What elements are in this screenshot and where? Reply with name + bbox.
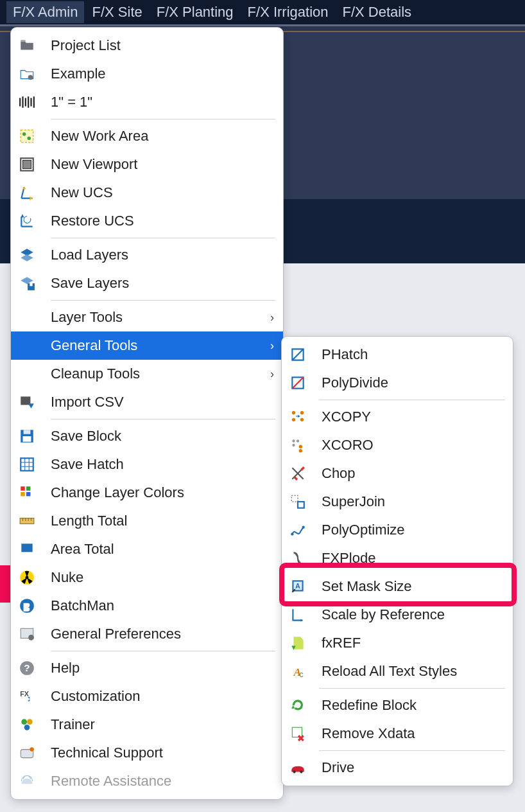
svg-rect-15 [21, 492, 25, 497]
batchman-icon [16, 595, 38, 617]
menu-item-label: Restore UCS [51, 213, 134, 229]
dropdown-item-batchman[interactable]: BatchMan [11, 592, 283, 620]
menu-item-label: Trainer [51, 716, 95, 733]
submenu-item-remove-xdata[interactable]: Remove Xdata [282, 719, 513, 748]
svg-point-33 [292, 411, 295, 414]
dropdown-item-general-tools[interactable]: General Tools› [11, 331, 283, 360]
dropdown-item-remote-assistance[interactable]: Remote Assistance [11, 767, 283, 795]
submenu-item-fxref[interactable]: fxREF [282, 629, 513, 657]
dropdown-item-help[interactable]: ?Help [11, 654, 283, 682]
submenu-item-xcopy[interactable]: XCOPY [282, 403, 513, 431]
menu-item-label: Nuke [51, 569, 83, 586]
remove-xdata-icon [287, 723, 309, 745]
svg-point-28 [27, 719, 33, 725]
submenu-item-scale-by-reference[interactable]: Scale by Reference [282, 601, 513, 629]
submenu-item-fxplode[interactable]: FXPlode [282, 544, 513, 572]
dropdown-item-example[interactable]: Example [11, 60, 283, 88]
submenu-item-set-mask-size[interactable]: ASet Mask Size [282, 572, 513, 601]
trainer-icon [16, 714, 38, 736]
menubar-item-site[interactable]: F/X Site [85, 1, 148, 23]
submenu-item-chop[interactable]: Chop [282, 459, 513, 488]
car-icon [287, 757, 309, 779]
import-csv-icon [16, 391, 38, 413]
dropdown-item-save-hatch[interactable]: Save Hatch [11, 450, 283, 479]
dropdown-item-new-ucs[interactable]: New UCS [11, 179, 283, 207]
dropdown-item-new-work-area[interactable]: New Work Area [11, 122, 283, 150]
svg-point-2 [22, 132, 26, 136]
dropdown-item-load-layers[interactable]: Load Layers [11, 241, 283, 269]
svg-point-23 [28, 635, 34, 640]
menu-item-label: Area Total [51, 541, 114, 558]
svg-rect-50 [292, 727, 302, 737]
menubar-item-admin[interactable]: F/X Admin [6, 1, 84, 23]
dropdown-item-technical-support[interactable]: Technical Support [11, 739, 283, 767]
dropdown-item-import-csv[interactable]: Import CSV [11, 388, 283, 416]
xcoro-icon [287, 434, 309, 456]
submenu-item-reload-all-text-styles[interactable]: AcReload All Text Styles [282, 657, 513, 685]
menu-item-label: New Work Area [51, 128, 148, 145]
dropdown-item-customization[interactable]: FXCustomization [11, 682, 283, 710]
menubar-item-irrigation[interactable]: F/X Irrigation [241, 1, 335, 23]
superjoin-icon [287, 491, 309, 513]
dropdown-item-length-total[interactable]: Length Total [11, 507, 283, 535]
load-layers-icon [16, 244, 38, 266]
svg-point-0 [28, 75, 33, 80]
menu-item-label: Save Block [51, 428, 121, 445]
submenu-item-polyoptimize[interactable]: PolyOptimize [282, 516, 513, 544]
svg-point-3 [28, 137, 31, 140]
dropdown-item-1-1-[interactable]: 1" = 1" [11, 88, 283, 116]
dropdown-item-save-layers[interactable]: Save Layers [11, 269, 283, 297]
dropdown-item-save-block[interactable]: Save Block [11, 422, 283, 450]
chevron-right-icon: › [270, 311, 274, 324]
save-hatch-icon [16, 454, 38, 475]
submenu-item-superjoin[interactable]: SuperJoin [282, 488, 513, 516]
svg-text:?: ? [24, 662, 30, 673]
ucs-icon [16, 182, 38, 204]
dropdown-item-trainer[interactable]: Trainer [11, 710, 283, 739]
menu-item-label: XCORO [322, 437, 374, 454]
help-icon: ? [16, 657, 38, 679]
submenu-item-drive[interactable]: Drive [282, 754, 513, 782]
folder-gear-icon [16, 63, 38, 85]
dropdown-item-project-list[interactable]: Project List [11, 31, 283, 60]
svg-point-34 [292, 418, 295, 421]
nuke-icon [16, 567, 38, 588]
dropdown-item-area-total[interactable]: Area Total [11, 535, 283, 563]
submenu-item-redefine-block[interactable]: Redefine Block [282, 691, 513, 719]
submenu-item-polydivide[interactable]: PolyDivide [282, 369, 513, 397]
menu-item-label: Example [51, 66, 106, 82]
submenu-item-xcoro[interactable]: XCORO [282, 431, 513, 459]
folder-icon [16, 35, 38, 57]
chevron-right-icon: › [270, 339, 274, 353]
remote-icon [16, 770, 38, 792]
svg-rect-1 [21, 130, 33, 143]
dropdown-item-restore-ucs[interactable]: Restore UCS [11, 207, 283, 235]
menu-item-label: Remove Xdata [322, 725, 415, 742]
menubar-item-details[interactable]: F/X Details [336, 1, 418, 23]
svg-point-27 [21, 719, 27, 725]
menu-item-label: BatchMan [51, 597, 114, 614]
dropdown-item-change-layer-colors[interactable]: Change Layer Colors [11, 479, 283, 507]
svg-point-36 [300, 418, 304, 421]
dropdown-item-general-preferences[interactable]: General Preferences [11, 620, 283, 648]
length-icon [16, 510, 38, 532]
area-icon [16, 538, 38, 560]
svg-point-41 [299, 449, 302, 452]
svg-rect-12 [21, 458, 33, 471]
svg-point-44 [291, 533, 293, 535]
chevron-right-icon: › [270, 367, 274, 381]
menubar-item-planting[interactable]: F/X Planting [150, 1, 240, 23]
dropdown-item-new-viewport[interactable]: New Viewport [11, 150, 283, 179]
svg-point-40 [299, 445, 302, 448]
svg-text:c: c [299, 669, 304, 679]
svg-rect-10 [24, 430, 31, 434]
dropdown-item-layer-tools[interactable]: Layer Tools› [11, 303, 283, 331]
dropdown-item-nuke[interactable]: Nuke [11, 563, 283, 592]
svg-point-45 [302, 526, 305, 529]
menu-item-label: Remote Assistance [51, 773, 171, 790]
dropdown-item-cleanup-tools[interactable]: Cleanup Tools› [11, 360, 283, 388]
submenu-general-tools: PHatchPolyDivideXCOPYXCOROChopSuperJoinP… [281, 336, 513, 786]
submenu-item-phatch[interactable]: PHatch [282, 340, 513, 369]
svg-rect-14 [26, 486, 30, 491]
reload-text-icon: Ac [287, 660, 309, 682]
